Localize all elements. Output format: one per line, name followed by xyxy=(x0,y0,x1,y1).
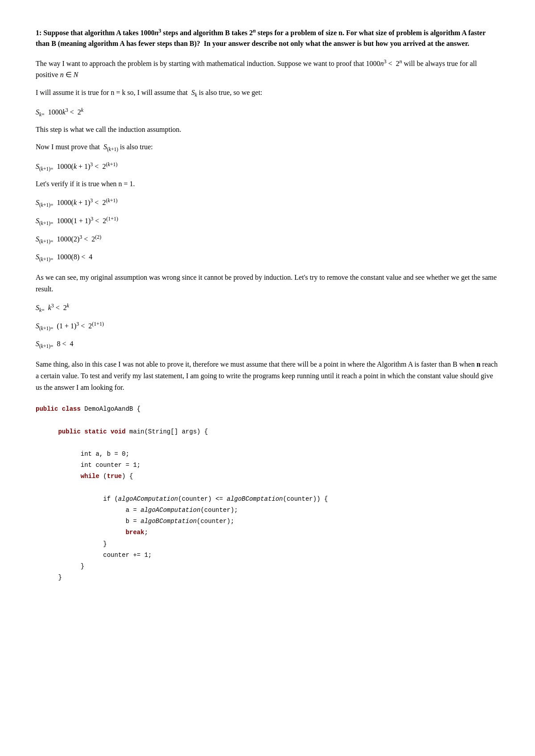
code-line-close-while: } xyxy=(36,561,499,572)
code-line-if: if (algoAComputation(counter) <= algoBCo… xyxy=(36,494,499,505)
math-line-4: S(k+1)= 1000(1 + 1)3 < 2(1+1) xyxy=(36,214,499,228)
math-line-8: S(k+1)= (1 + 1)3 < 2(1+1) xyxy=(36,319,499,333)
paragraph-5-text: Let's verify if it is true when n = 1. xyxy=(36,180,135,188)
code-line-empty3 xyxy=(36,482,499,494)
math-line-3: S(k+1)= 1000(k + 1)3 < 2(k+1) xyxy=(36,196,499,209)
math-line-5: S(k+1)= 1000(2)3 < 2(2) xyxy=(36,233,499,246)
math-line-6: S(k+1)= 1000(8) < 4 xyxy=(36,251,499,264)
paragraph-6-text: As we can see, my original assumption wa… xyxy=(36,274,497,293)
math-line-9: S(k+1)= 8 < 4 xyxy=(36,338,499,351)
paragraph-7-text: Same thing, also in this case I was not … xyxy=(36,360,498,391)
paragraph-6: As we can see, my original assumption wa… xyxy=(36,272,499,294)
paragraph-5: Let's verify if it is true when n = 1. xyxy=(36,178,499,190)
code-line-a-assign: a = algoAComputation(counter); xyxy=(36,505,499,516)
paragraph-7: Same thing, also in this case I was not … xyxy=(36,359,499,393)
paragraph-4-text: Now I must prove that S(k+1) is also tru… xyxy=(36,143,153,151)
code-line-counter-inc: counter += 1; xyxy=(36,550,499,561)
code-line-empty2 xyxy=(36,437,499,449)
main-content: 1: Suppose that algorithm A takes 1000n3… xyxy=(36,27,499,588)
code-line-close-main: } xyxy=(36,572,499,583)
paragraph-2-text: I will assume it is true for n = k so, I… xyxy=(36,89,262,96)
code-line-int-counter: int counter = 1; xyxy=(36,460,499,471)
question-text: 1: Suppose that algorithm A takes 1000n3… xyxy=(36,29,486,47)
code-block: public class DemoAlgoAandB { public stat… xyxy=(36,399,499,588)
code-line-break: break; xyxy=(36,527,499,538)
code-line-close-if: } xyxy=(36,539,499,550)
math-line-1: Sk= 1000k3 < 2k xyxy=(36,105,499,119)
paragraph-1-text: The way I want to approach the problem i… xyxy=(36,60,477,79)
code-line-b-assign: b = algoBComptation(counter); xyxy=(36,516,499,527)
paragraph-3-text: This step is what we call the induction … xyxy=(36,126,181,133)
paragraph-1: The way I want to approach the problem i… xyxy=(36,57,499,81)
paragraph-2: I will assume it is true for n = k so, I… xyxy=(36,87,499,99)
code-line-empty1 xyxy=(36,415,499,426)
paragraph-4: Now I must prove that S(k+1) is also tru… xyxy=(36,141,499,154)
code-line-int-a: int a, b = 0; xyxy=(36,449,499,460)
code-line-main: public static void main(String[] args) { xyxy=(36,426,499,437)
math-line-2: S(k+1)= 1000(k + 1)3 < 2(k+1) xyxy=(36,160,499,174)
question-block: 1: Suppose that algorithm A takes 1000n3… xyxy=(36,27,499,49)
math-line-7: Sk= k3 < 2k xyxy=(36,301,499,315)
code-line-while: while (true) { xyxy=(36,471,499,482)
code-line-class: public class DemoAlgoAandB { xyxy=(36,404,499,415)
paragraph-3: This step is what we call the induction … xyxy=(36,124,499,135)
